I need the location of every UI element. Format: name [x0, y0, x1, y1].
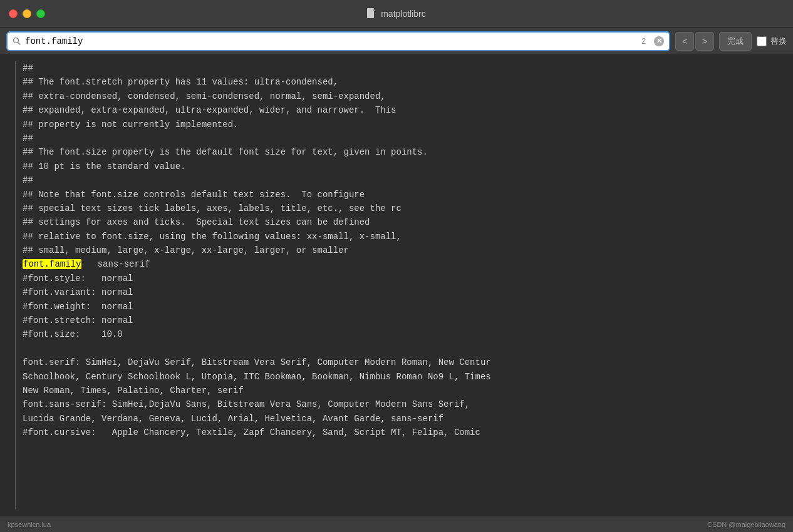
search-input[interactable]: [25, 36, 638, 46]
line-text: #font.size: 10.0: [23, 329, 123, 339]
editor-content[interactable]: #### The font.stretch property has 11 va…: [23, 61, 780, 509]
editor-line: Schoolbook, Century Schoolbook L, Utopia…: [23, 370, 780, 384]
editor-line: [23, 342, 780, 356]
window-title-text: matplotlibrc: [381, 9, 426, 19]
traffic-lights: [9, 9, 45, 18]
line-text: #font.variant: normal: [23, 287, 133, 297]
line-text: font.serif: SimHei, DejaVu Serif, Bitstr…: [23, 357, 491, 367]
line-text: font.sans-serif: SimHei,DejaVu Sans, Bit…: [23, 399, 470, 409]
line-text: #font.style: normal: [23, 274, 133, 284]
replace-checkbox[interactable]: [757, 36, 767, 46]
editor-line: ## property is not currently implemented…: [23, 118, 780, 131]
line-text: ##: [23, 133, 33, 143]
editor-line: ## special text sizes tick labels, axes,…: [23, 202, 780, 215]
editor-line: New Roman, Times, Palatino, Charter, ser…: [23, 384, 780, 397]
editor-line: ## relative to font.size, using the foll…: [23, 230, 780, 243]
line-text: ## small, medium, large, x-large, xx-lar…: [23, 245, 349, 255]
nav-button-group: < >: [675, 32, 714, 51]
editor-line: ## The font.size property is the default…: [23, 145, 780, 159]
line-text: ## The font.size property is the default…: [23, 147, 428, 157]
line-text: New Roman, Times, Palatino, Charter, ser…: [23, 386, 244, 396]
search-input-wrapper: 2 ✕: [6, 31, 670, 51]
editor-line: font.sans-serif: SimHei,DejaVu Sans, Bit…: [23, 397, 780, 411]
line-text: ## extra-condensed, condensed, semi-cond…: [23, 91, 386, 101]
editor-line: #font.stretch: normal: [23, 314, 780, 327]
editor-line: #font.weight: normal: [23, 300, 780, 314]
search-count: 2: [641, 36, 650, 46]
title-bar: matplotlibrc: [0, 0, 793, 28]
line-text: ## property is not currently implemented…: [23, 120, 238, 130]
editor-line: ## small, medium, large, x-large, xx-lar…: [23, 243, 780, 257]
replace-label: 替换: [757, 36, 787, 47]
prev-match-button[interactable]: <: [675, 32, 694, 51]
done-button[interactable]: 完成: [719, 32, 752, 51]
line-text: ##: [23, 63, 33, 73]
editor-line: #font.size: 10.0: [23, 327, 780, 341]
line-text: Schoolbook, Century Schoolbook L, Utopia…: [23, 372, 491, 382]
line-text: ## The font.stretch property has 11 valu…: [23, 77, 338, 87]
editor-line: #font.variant: normal: [23, 285, 780, 299]
search-icon: [13, 37, 21, 46]
line-text: #font.stretch: normal: [23, 315, 133, 325]
status-csdn: CSDN @malgebilaowang: [707, 521, 785, 528]
line-text: ## expanded, extra-expanded, ultra-expan…: [23, 105, 397, 115]
search-highlight: font.family: [23, 259, 81, 269]
clear-search-button[interactable]: ✕: [654, 36, 664, 46]
line-gutter: [13, 61, 16, 509]
editor-line: ##: [23, 131, 780, 145]
status-bar: kpsewnicn.lua CSDN @malgebilaowang: [0, 516, 793, 532]
line-text: ##: [23, 175, 33, 185]
status-left: kpsewnicn.lua: [8, 521, 51, 528]
window-title: matplotlibrc: [367, 8, 426, 19]
svg-line-3: [18, 42, 21, 44]
line-text: #font.cursive: Apple Chancery, Textile, …: [23, 427, 480, 437]
editor-line: ## settings for axes and ticks. Special …: [23, 215, 780, 229]
editor-line: ## 10 pt is the standard value.: [23, 160, 780, 173]
line-text: ## special text sizes tick labels, axes,…: [23, 203, 402, 213]
file-icon: [367, 8, 376, 19]
editor-line: ## expanded, extra-expanded, ultra-expan…: [23, 103, 780, 117]
editor-area: #### The font.stretch property has 11 va…: [0, 55, 793, 516]
svg-marker-1: [373, 8, 376, 11]
search-bar: 2 ✕ < > 完成 替换: [0, 28, 793, 55]
editor-line: #font.cursive: Apple Chancery, Textile, …: [23, 426, 780, 439]
editor-line: font.serif: SimHei, DejaVu Serif, Bitstr…: [23, 356, 780, 369]
minimize-button[interactable]: [23, 9, 31, 18]
status-right: CSDN @malgebilaowang: [707, 521, 785, 528]
editor-line: ##: [23, 61, 780, 75]
replace-label-text: 替换: [770, 36, 787, 47]
editor-line: ## The font.stretch property has 11 valu…: [23, 75, 780, 89]
editor-line: ## extra-condensed, condensed, semi-cond…: [23, 90, 780, 103]
editor-container: #### The font.stretch property has 11 va…: [13, 61, 780, 509]
line-text: ## relative to font.size, using the foll…: [23, 232, 402, 242]
line-text: ## 10 pt is the standard value.: [23, 161, 185, 171]
editor-line: font.family sans-serif: [23, 257, 780, 271]
editor-line: #font.style: normal: [23, 272, 780, 285]
next-match-button[interactable]: >: [695, 32, 714, 51]
line-text: Lucida Grande, Verdana, Geneva, Lucid, A…: [23, 414, 443, 424]
line-after: sans-serif: [81, 259, 150, 269]
close-button[interactable]: [9, 9, 18, 18]
line-text: #font.weight: normal: [23, 302, 133, 312]
editor-line: ## Note that font.size controls default …: [23, 188, 780, 202]
line-text: ## Note that font.size controls default …: [23, 190, 365, 200]
editor-line: ##: [23, 173, 780, 187]
editor-line: Lucida Grande, Verdana, Geneva, Lucid, A…: [23, 412, 780, 426]
maximize-button[interactable]: [36, 9, 45, 18]
line-text: ## settings for axes and ticks. Special …: [23, 217, 370, 227]
